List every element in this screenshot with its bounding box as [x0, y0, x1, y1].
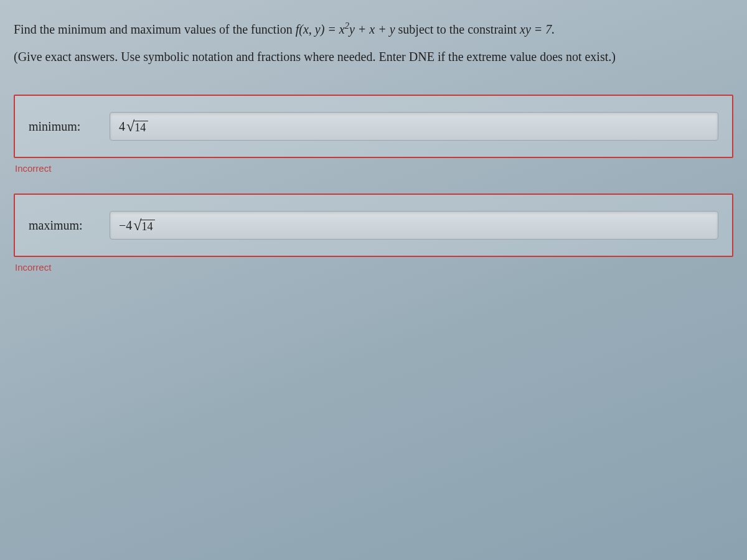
minimum-feedback: Incorrect — [15, 163, 733, 174]
maximum-input[interactable]: −4 √ 14 — [110, 211, 718, 240]
answer-group-minimum: minimum: 4 √ 14 Incorrect — [14, 95, 733, 174]
prompt-mid: subject to the constraint — [398, 22, 520, 36]
answer-box-minimum: minimum: 4 √ 14 — [14, 95, 733, 158]
question-instructions: (Give exact answers. Use symbolic notati… — [14, 45, 733, 68]
maximum-radicand: 14 — [140, 220, 155, 233]
maximum-feedback: Incorrect — [15, 262, 733, 273]
answer-box-maximum: maximum: −4 √ 14 — [14, 194, 733, 257]
maximum-label: maximum: — [29, 218, 97, 233]
prompt-prefix: Find the minimum and maximum values of t… — [14, 22, 296, 36]
function-expression: f(x, y) = x2y + x + y — [296, 22, 398, 36]
minimum-label: minimum: — [29, 119, 97, 134]
minimum-radicand: 14 — [133, 121, 148, 134]
minimum-input[interactable]: 4 √ 14 — [110, 112, 718, 141]
minimum-coef: 4 — [119, 119, 125, 134]
question-prompt: Find the minimum and maximum values of t… — [14, 17, 733, 41]
question-page: Find the minimum and maximum values of t… — [0, 0, 747, 310]
sqrt-icon: √ 14 — [133, 218, 155, 233]
sqrt-icon: √ 14 — [126, 119, 148, 134]
constraint-expression: xy = 7. — [520, 22, 555, 36]
maximum-coef: −4 — [119, 218, 132, 233]
answer-group-maximum: maximum: −4 √ 14 Incorrect — [14, 194, 733, 273]
